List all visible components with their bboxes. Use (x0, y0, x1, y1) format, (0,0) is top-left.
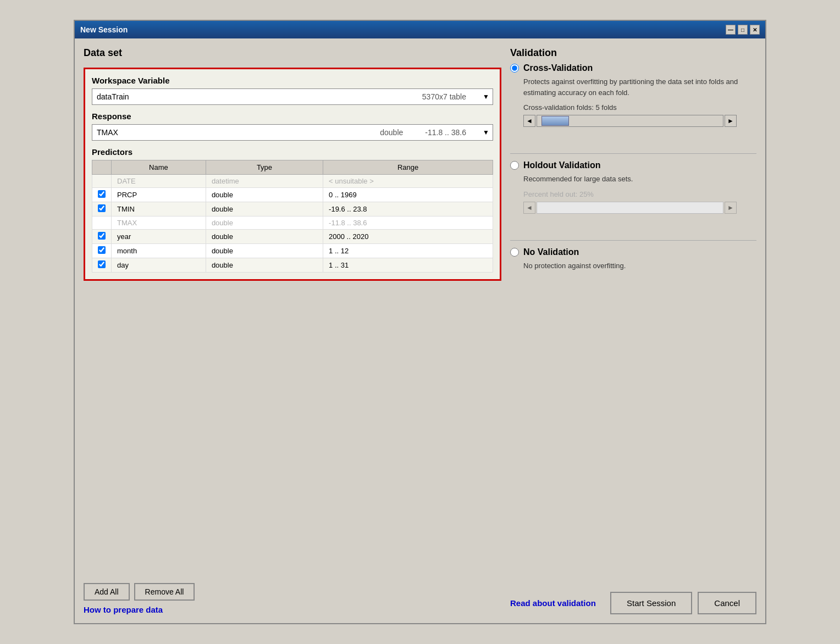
predictor-range: 2000 .. 2020 (323, 230, 493, 244)
table-row: TMINdouble-19.6 .. 23.8 (92, 202, 493, 216)
cross-validation-slider-thumb (541, 116, 569, 126)
predictor-type: double (206, 230, 323, 244)
predictor-checkbox[interactable] (98, 232, 106, 240)
holdout-slider-container: ◄ ► (523, 202, 756, 214)
no-validation-radio[interactable] (510, 248, 519, 257)
col-header-check (92, 160, 112, 175)
table-row: yeardouble2000 .. 2020 (92, 230, 493, 244)
cross-validation-desc: Protects against overfitting by partitio… (523, 76, 756, 98)
predictor-range: -19.6 .. 23.8 (323, 202, 493, 216)
remove-all-button[interactable]: Remove All (134, 583, 195, 601)
holdout-validation-radio[interactable] (510, 161, 519, 170)
predictor-checkbox[interactable] (98, 246, 106, 254)
cross-validation-radio[interactable] (510, 64, 519, 73)
workspace-variable-label: Workspace Variable (92, 76, 493, 85)
table-row: TMAXdouble-11.8 .. 38.6 (92, 216, 493, 230)
cancel-button[interactable]: Cancel (698, 592, 756, 614)
response-dropdown-arrow-icon: ▼ (483, 129, 489, 136)
prepare-data-link[interactable]: How to prepare data (84, 605, 163, 614)
right-spacer (510, 287, 756, 592)
window-controls: — □ ✕ (726, 25, 760, 35)
holdout-validation-row: Holdout Validation (510, 160, 756, 170)
workspace-variable-dropdown[interactable]: dataTrain 5370x7 table ▼ (92, 88, 493, 105)
separator-2 (510, 240, 756, 241)
close-button[interactable]: ✕ (750, 25, 760, 35)
action-buttons: Start Session Cancel (610, 592, 756, 614)
predictor-type: double (206, 244, 323, 258)
minimize-button[interactable]: — (726, 25, 736, 35)
check-cell (92, 216, 112, 230)
predictor-type: double (206, 216, 323, 230)
holdout-validation-desc: Recommended for large data sets. (523, 174, 756, 185)
right-bottom-row: Read about validation Start Session Canc… (510, 592, 756, 614)
table-row: DATEdatetime< unsuitable > (92, 175, 493, 188)
holdout-validation-section: Holdout Validation Recommended for large… (510, 160, 756, 223)
folds-label: Cross-validation folds: 5 folds (523, 103, 756, 112)
cross-validation-slider-track[interactable] (537, 115, 723, 127)
holdout-slider-left-arrow-icon: ◄ (523, 202, 535, 214)
dataset-section-title: Data set (84, 47, 501, 59)
cross-validation-slider-container: ◄ ► (523, 115, 756, 127)
predictor-name: day (112, 258, 206, 273)
check-cell (92, 202, 112, 216)
cross-validation-section: Cross-Validation Protects against overfi… (510, 63, 756, 136)
title-bar: New Session — □ ✕ (75, 21, 765, 38)
cross-validation-label: Cross-Validation (523, 63, 593, 73)
variable-name: dataTrain (97, 92, 422, 101)
predictor-name: TMAX (112, 216, 206, 230)
predictor-range: -11.8 .. 38.6 (323, 216, 493, 230)
predictor-type: double (206, 188, 323, 202)
response-dropdown[interactable]: TMAX double -11.8 .. 38.6 ▼ (92, 124, 493, 141)
table-row: PRCPdouble0 .. 1969 (92, 188, 493, 202)
col-header-range: Range (323, 160, 493, 175)
empty-area (84, 285, 501, 570)
predictor-checkbox[interactable] (98, 204, 106, 212)
predictor-name: DATE (112, 175, 206, 188)
no-validation-section: No Validation No protection against over… (510, 247, 756, 277)
predictor-range: < unsuitable > (323, 175, 493, 188)
holdout-percent-label: Percent held out: 25% (523, 190, 756, 198)
no-validation-desc: No protection against overfitting. (523, 260, 756, 271)
start-session-button[interactable]: Start Session (610, 592, 692, 614)
holdout-slider-right-arrow-icon: ► (725, 202, 737, 214)
check-cell (92, 244, 112, 258)
check-cell (92, 188, 112, 202)
separator-1 (510, 153, 756, 154)
predictor-range: 0 .. 1969 (323, 188, 493, 202)
check-cell (92, 175, 112, 188)
window-content: Data set Workspace Variable dataTrain 53… (75, 38, 765, 623)
predictor-checkbox[interactable] (98, 260, 106, 268)
col-header-type: Type (206, 160, 323, 175)
response-range: -11.8 .. 38.6 (425, 128, 466, 137)
slider-right-arrow-icon[interactable]: ► (725, 115, 737, 127)
predictors-table: Name Type Range DATEdatetime< unsuitable… (92, 160, 493, 273)
holdout-slider-track (537, 202, 723, 214)
predictor-name: year (112, 230, 206, 244)
predictor-checkbox[interactable] (98, 190, 106, 198)
col-header-name: Name (112, 160, 206, 175)
response-label: Response (92, 112, 493, 121)
predictors-label: Predictors (92, 147, 493, 157)
maximize-button[interactable]: □ (738, 25, 748, 35)
predictor-name: PRCP (112, 188, 206, 202)
add-all-button[interactable]: Add All (84, 583, 130, 601)
read-validation-link[interactable]: Read about validation (510, 598, 596, 608)
predictor-name: month (112, 244, 206, 258)
table-row: daydouble1 .. 31 (92, 258, 493, 273)
variable-info: 5370x7 table (422, 92, 466, 101)
predictor-name: TMIN (112, 202, 206, 216)
slider-left-arrow-icon[interactable]: ◄ (523, 115, 535, 127)
right-panel: Validation Cross-Validation Protects aga… (510, 47, 756, 614)
table-row: monthdouble1 .. 12 (92, 244, 493, 258)
left-panel: Data set Workspace Variable dataTrain 53… (84, 47, 501, 614)
holdout-validation-label: Holdout Validation (523, 160, 600, 170)
validation-section-title: Validation (510, 47, 756, 59)
predictor-type: double (206, 202, 323, 216)
predictor-type: datetime (206, 175, 323, 188)
cross-validation-row: Cross-Validation (510, 63, 756, 73)
dataset-box: Workspace Variable dataTrain 5370x7 tabl… (84, 68, 501, 281)
no-validation-label: No Validation (523, 247, 579, 257)
response-name: TMAX (97, 128, 380, 137)
window-title: New Session (80, 25, 128, 34)
dataset-bottom-buttons: Add All Remove All (84, 579, 501, 601)
